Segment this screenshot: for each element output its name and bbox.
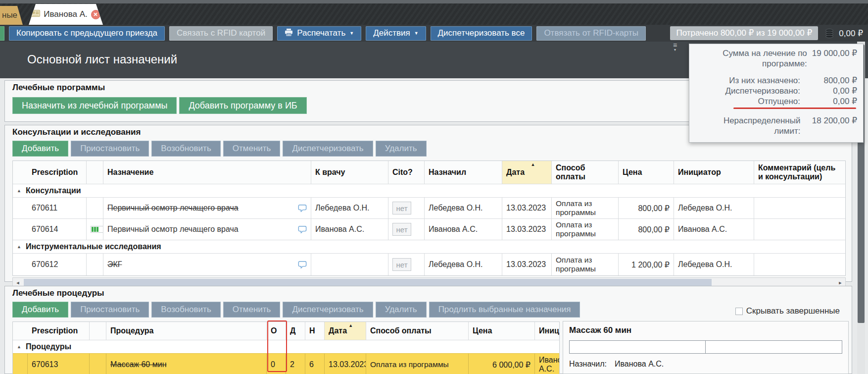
dispatch-button[interactable]: Диспетчеризовать <box>283 141 373 157</box>
group-row-instrumental[interactable]: ▲ Инструментальные исследования <box>13 240 845 253</box>
date: 13.03.2023 <box>502 197 552 218</box>
col-comment[interactable]: Комментарий (цель и консультации) <box>754 161 845 184</box>
col-prescriber[interactable]: Назначил <box>425 161 502 184</box>
dispatch-all-button[interactable]: Диспетчеризовать все <box>431 26 532 41</box>
comment-bubble-icon[interactable] <box>298 204 307 212</box>
resume-button[interactable]: Возобновить <box>151 302 220 318</box>
link-rfid-button[interactable]: Связать с RFID картой <box>169 26 273 41</box>
patient-card-icon <box>31 9 40 19</box>
price: 1 200,00 ₽ <box>619 253 674 275</box>
col-payment[interactable]: Способ оплаты <box>366 322 469 340</box>
add-program-button[interactable]: Добавить программу в ИБ <box>179 97 306 114</box>
initiator: Иванова А.С. <box>674 218 754 240</box>
collapse-group-icon[interactable]: ▲ <box>17 344 21 349</box>
tab-active-patient[interactable]: Иванова А. ✕ <box>29 4 103 25</box>
col-date-sorted[interactable]: Дата ▲ <box>325 322 366 340</box>
doctor: Иванова А.С. <box>311 218 388 240</box>
progress-indicator-icon <box>91 226 103 233</box>
table-row[interactable]: 670614 Первичный осмотр лечащего врача И… <box>13 218 845 240</box>
tab-partial[interactable]: ные <box>0 6 23 25</box>
col-prescription[interactable]: Prescription <box>28 322 90 340</box>
budget-label: Нераспределенный лимит: <box>695 115 800 136</box>
date: 13.03.2023 <box>502 218 552 240</box>
col-prescription[interactable]: Prescription <box>28 161 87 184</box>
col-doctor[interactable]: К врачу <box>311 161 388 184</box>
add-button[interactable]: Добавить <box>12 141 68 157</box>
scroll-left-icon[interactable]: ◄ <box>13 280 23 285</box>
doctor: Лебедева О.Н. <box>311 197 388 218</box>
scrollbar-thumb[interactable] <box>24 279 712 286</box>
add-button[interactable]: Добавить <box>12 302 68 318</box>
col-status-icon[interactable] <box>87 161 103 184</box>
unlink-rfid-label: Отвязать от RFID-карты <box>544 28 638 38</box>
extend-selected-button[interactable]: Продлить выбранные назначения <box>429 302 580 318</box>
detail-input-2[interactable] <box>706 340 842 354</box>
budget-label: Отпущено: <box>758 96 800 107</box>
pause-button[interactable]: Приостановить <box>71 141 149 157</box>
col-n[interactable]: Н <box>305 322 325 340</box>
table-row[interactable]: 670611 Первичный осмотр лечащего врача Л… <box>13 197 845 218</box>
toolbar: Копировать с предыдущего приезда Связать… <box>0 25 868 42</box>
table-row-selected[interactable]: 670613 Массаж 60 мин 0 2 6 13.03.2023 Оп… <box>13 353 559 374</box>
table-row[interactable]: 670612 ЭКГ нет Лебедева О.Н. 13.03.2023 … <box>13 253 845 275</box>
tab-bar: ные Иванова А. ✕ <box>0 0 868 25</box>
budget-row: Из них назначено: 800,00 ₽ <box>695 75 857 86</box>
coins-icon <box>824 29 835 38</box>
col-initiator[interactable]: Инициатор <box>535 322 559 340</box>
delete-button[interactable]: Удалить <box>376 302 427 318</box>
cancel-button[interactable]: Отменить <box>223 141 281 157</box>
print-button[interactable]: Распечатать ▼ <box>277 26 361 41</box>
col-o[interactable]: О <box>267 322 286 340</box>
spent-summary-chip[interactable]: Потрачено 800,00 ₽ из 19 000,00 ₽ <box>670 26 818 40</box>
assign-from-program-button[interactable]: Назначить из лечебной программы <box>12 97 177 114</box>
detail-input-1[interactable] <box>569 340 706 354</box>
budget-panel-toggle-icon[interactable]: ≡ ▾ <box>673 43 677 52</box>
actions-button[interactable]: Действия ▼ <box>366 26 426 41</box>
budget-row: Сумма на лечение по программе: 19 000,00… <box>695 48 857 69</box>
comment <box>754 197 845 218</box>
hide-completed-checkbox[interactable] <box>735 308 743 315</box>
budget-value: 19 000,00 ₽ <box>812 48 857 69</box>
col-price[interactable]: Цена <box>469 322 535 340</box>
col-d[interactable]: Д <box>286 322 305 340</box>
scroll-right-icon[interactable]: ► <box>835 280 845 285</box>
balance-amount: 0,00 ₽ <box>839 28 863 39</box>
copy-previous-visit-button[interactable]: Копировать с предыдущего приезда <box>9 26 165 41</box>
tab-bar-highlight <box>0 0 868 3</box>
cancel-button[interactable]: Отменить <box>223 302 281 318</box>
comment-bubble-icon[interactable] <box>298 261 307 268</box>
prescriber-value: Иванова А.С. <box>615 360 664 369</box>
col-date-sorted[interactable]: Дата ▲ <box>502 161 552 184</box>
delete-button[interactable]: Удалить <box>376 141 427 157</box>
unlink-rfid-button[interactable]: Отвязать от RFID-карты <box>536 26 646 41</box>
table-header: Prescription Назначение К врачу Cito? На… <box>13 161 845 184</box>
group-row-consultations[interactable]: ▲ Консультации <box>13 184 845 197</box>
prescription-id: 670614 <box>28 218 87 240</box>
budget-label: Сумма на лечение по программе: <box>695 48 807 69</box>
collapse-group-icon[interactable]: ▲ <box>17 244 21 249</box>
pause-button[interactable]: Приостановить <box>71 302 149 318</box>
col-price[interactable]: Цена <box>619 161 674 184</box>
group-row-procedures[interactable]: ▲ Процедуры <box>13 340 559 353</box>
date: 13.03.2023 <box>502 253 552 275</box>
budget-row: Нераспределенный лимит: 18 200,00 ₽ <box>695 115 857 136</box>
prescriber: Иванова А.С. <box>425 218 502 240</box>
col-procedure[interactable]: Процедура <box>106 322 267 340</box>
initiator: Лебедева О.Н. <box>674 253 754 275</box>
col-name[interactable]: Назначение <box>103 161 311 184</box>
budget-value: 0,00 ₽ <box>805 86 857 96</box>
col-initiator[interactable]: Инициатор <box>674 161 754 184</box>
resume-button[interactable]: Возобновить <box>151 141 220 157</box>
leftmost-button-sliver[interactable] <box>0 26 4 41</box>
close-tab-icon[interactable]: ✕ <box>91 10 100 19</box>
detail-title: Массаж 60 мин <box>569 325 842 335</box>
col-payment[interactable]: Способ оплаты <box>552 161 619 184</box>
budget-value: 800,00 ₽ <box>805 75 857 86</box>
collapse-group-icon[interactable]: ▲ <box>17 188 21 193</box>
date: 13.03.2023 <box>325 353 366 374</box>
comment-bubble-icon[interactable] <box>298 225 307 233</box>
col-status-icon[interactable] <box>90 322 106 340</box>
hide-completed-control[interactable]: Скрывать завершенные <box>735 306 840 316</box>
dispatch-button[interactable]: Диспетчеризовать <box>283 302 373 318</box>
col-cito[interactable]: Cito? <box>388 161 425 184</box>
